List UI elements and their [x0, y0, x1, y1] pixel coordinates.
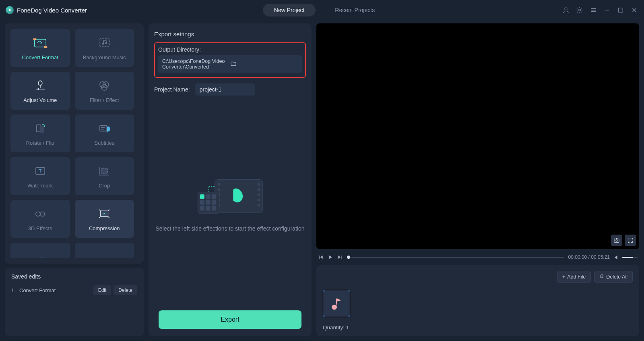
plus-icon: + [562, 274, 565, 280]
effect-tile-rotate-flip[interactable]: Rotate / Flip [10, 114, 70, 152]
effect-label: Subtitles [94, 140, 114, 146]
output-directory-section: Output Directory: C:\Users\pc\FoneDog Vi… [154, 42, 306, 78]
delete-button[interactable]: Delete [114, 285, 137, 295]
effect-tile-filter-effect[interactable]: Filter / Effect [75, 72, 134, 110]
effect-tile-more[interactable] [10, 243, 70, 258]
edit-button[interactable]: Edit [93, 285, 111, 295]
fullscreen-icon[interactable] [625, 235, 636, 246]
output-directory-input[interactable]: C:\Users\pc\FoneDog Video Converter\Conv… [158, 55, 302, 73]
svg-rect-36 [217, 189, 220, 191]
titlebar: FoneDog Video Converter New Project Rece… [0, 0, 644, 20]
svg-point-0 [565, 8, 567, 10]
effect-tile-adjust-volume[interactable]: Adjust Volume [10, 72, 70, 110]
add-file-button[interactable]: +Add File [557, 271, 591, 283]
svg-rect-12 [99, 38, 109, 46]
gear-icon[interactable] [576, 6, 584, 14]
effect-label: Background Music [83, 54, 126, 60]
tab-recent-projects[interactable]: Recent Projects [324, 4, 386, 17]
svg-rect-47 [206, 194, 210, 199]
project-name-label: Project Name: [154, 86, 190, 93]
volume-icon [614, 254, 620, 260]
svg-rect-43 [257, 199, 260, 201]
effects-panel: Convert FormatBackground MusicAdjust Vol… [5, 23, 144, 264]
svg-rect-41 [257, 189, 260, 191]
svg-point-17 [37, 88, 39, 89]
effect-label: 3D Effects [28, 225, 52, 231]
delete-all-button[interactable]: Delete All [594, 271, 633, 283]
placeholder-text: Select the left side effections to start… [156, 225, 305, 233]
effect-icon [96, 254, 113, 258]
export-button[interactable]: Export [159, 310, 301, 329]
effect-tile-watermark[interactable]: TWatermark [10, 157, 70, 195]
effect-tile-compression[interactable]: Compression [75, 200, 134, 238]
saved-edits-title: Saved edits [11, 273, 137, 280]
output-directory-value: C:\Users\pc\FoneDog Video Converter\Conv… [162, 58, 230, 70]
tab-new-project[interactable]: New Project [263, 4, 316, 17]
effect-tile-more[interactable] [75, 243, 134, 258]
svg-rect-11 [44, 46, 47, 48]
effect-icon [32, 36, 49, 50]
effect-tile-crop[interactable]: Crop [75, 157, 134, 195]
minimize-icon[interactable] [603, 6, 611, 14]
prev-icon[interactable] [318, 254, 324, 260]
effect-icon [32, 121, 49, 136]
next-icon[interactable] [337, 254, 343, 260]
effect-tile--d-effects[interactable]: 3D Effects [10, 200, 70, 238]
quantity-label: Quantity: 1 [323, 324, 633, 331]
volume-control[interactable] [614, 254, 638, 260]
user-icon[interactable] [562, 6, 570, 14]
effect-icon: T [32, 164, 49, 179]
video-preview [316, 23, 639, 249]
menu-icon[interactable] [589, 6, 597, 14]
svg-rect-9 [35, 39, 46, 47]
svg-rect-55 [614, 239, 619, 243]
play-icon[interactable] [328, 254, 333, 260]
volume-slider[interactable] [622, 257, 638, 258]
svg-text:T: T [39, 168, 41, 173]
effect-label: Convert Format [22, 54, 58, 60]
player-controls: 00:00:00 / 00:05:21 [316, 253, 639, 261]
folder-icon[interactable] [230, 60, 298, 68]
output-directory-label: Output Directory: [158, 46, 302, 53]
close-icon[interactable] [630, 6, 638, 14]
logo-icon [6, 6, 14, 14]
project-name-input[interactable] [195, 83, 255, 96]
maximize-icon[interactable] [617, 6, 625, 14]
svg-rect-44 [257, 204, 260, 206]
timecode: 00:00:00 / 00:05:21 [568, 254, 610, 260]
effect-label: Filter / Effect [90, 97, 119, 103]
effect-icon [96, 164, 113, 179]
effect-tile-background-music[interactable]: Background Music [75, 29, 134, 67]
svg-rect-46 [200, 194, 204, 199]
trash-icon [599, 274, 604, 280]
snapshot-icon[interactable] [611, 235, 622, 246]
files-panel: +Add File Delete All Quantity: 1 [316, 265, 639, 336]
seek-bar[interactable] [347, 257, 564, 258]
file-thumbnail[interactable] [323, 290, 350, 317]
effect-label: Crop [99, 183, 110, 189]
svg-rect-53 [206, 206, 210, 211]
window-controls [562, 6, 638, 14]
svg-rect-48 [212, 194, 216, 199]
svg-rect-54 [212, 206, 216, 211]
svg-point-1 [579, 9, 581, 11]
svg-rect-28 [101, 168, 107, 174]
svg-point-57 [332, 305, 337, 310]
saved-edit-index: 1. [11, 287, 19, 293]
music-note-icon [329, 296, 344, 311]
saved-edits-panel: Saved edits 1. Convert Format Edit Delet… [5, 268, 144, 336]
effect-tile-convert-format[interactable]: Convert Format [10, 29, 70, 67]
effect-label: Adjust Volume [23, 97, 57, 103]
svg-rect-52 [200, 206, 204, 211]
effect-icon [32, 79, 49, 93]
export-settings-title: Export settings [154, 31, 306, 37]
effect-tile-subtitles[interactable]: Subtitles [75, 114, 134, 152]
saved-edit-name: Convert Format [19, 287, 93, 293]
effect-icon [96, 36, 113, 50]
effect-label: Rotate / Flip [26, 140, 54, 146]
effect-icon [32, 207, 49, 221]
svg-rect-22 [39, 126, 44, 133]
placeholder-graphic [192, 173, 268, 217]
project-tabs: New Project Recent Projects [263, 4, 386, 17]
svg-rect-23 [100, 125, 107, 131]
